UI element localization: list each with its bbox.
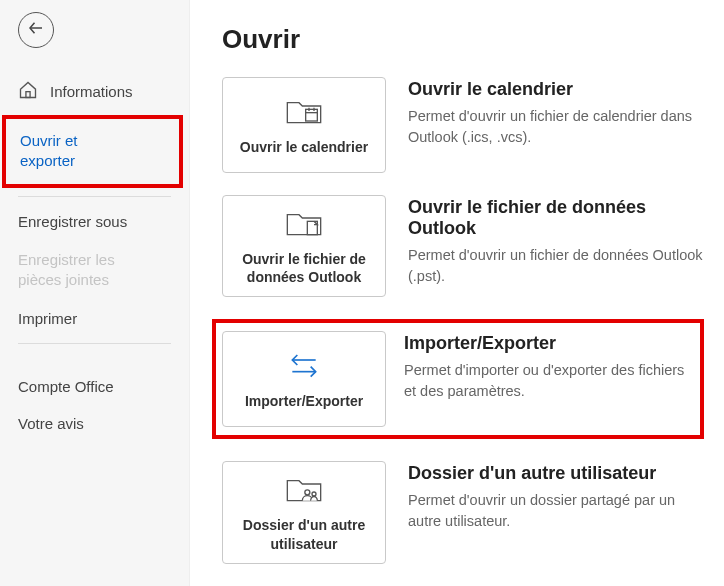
option-text: Permet d'ouvrir un dossier partagé par u… bbox=[408, 490, 708, 532]
back-button[interactable] bbox=[18, 12, 54, 48]
sidebar-item-informations[interactable]: Informations bbox=[0, 70, 189, 113]
sidebar-item-label: Votre avis bbox=[18, 415, 84, 432]
tile-open-datafile[interactable]: Ouvrir le fichier de données Outlook bbox=[222, 195, 386, 297]
datafile-folder-icon bbox=[284, 206, 324, 244]
sidebar-item-label: Informations bbox=[50, 83, 133, 100]
tile-label: Dossier d'un autre utilisateur bbox=[231, 516, 377, 552]
page-title: Ouvrir bbox=[222, 24, 708, 55]
sidebar-item-feedback[interactable]: Votre avis bbox=[0, 405, 189, 442]
sidebar-item-label: Enregistrer sous bbox=[18, 213, 127, 230]
calendar-folder-icon bbox=[284, 94, 324, 132]
arrow-left-icon bbox=[27, 19, 45, 41]
sidebar-item-save-attachments: Enregistrer les pièces jointes bbox=[0, 240, 189, 301]
tile-other-user-folder[interactable]: Dossier d'un autre utilisateur bbox=[222, 461, 386, 563]
divider bbox=[18, 343, 171, 344]
spacer bbox=[0, 350, 189, 368]
import-export-arrows-icon bbox=[284, 348, 324, 386]
option-row-other-user: Dossier d'un autre utilisateur Dossier d… bbox=[222, 461, 708, 563]
option-title: Ouvrir le calendrier bbox=[408, 79, 708, 100]
option-row-open-calendar: Ouvrir le calendrier Ouvrir le calendrie… bbox=[222, 77, 708, 173]
sidebar-item-open-export[interactable]: Ouvrir et exporter bbox=[2, 115, 183, 188]
option-description: Dossier d'un autre utilisateur Permet d'… bbox=[408, 461, 708, 532]
option-description: Importer/Exporter Permet d'importer ou d… bbox=[404, 331, 694, 402]
tile-open-calendar[interactable]: Ouvrir le calendrier bbox=[222, 77, 386, 173]
option-row-open-datafile: Ouvrir le fichier de données Outlook Ouv… bbox=[222, 195, 708, 297]
svg-point-10 bbox=[312, 492, 316, 496]
svg-rect-2 bbox=[306, 109, 318, 121]
option-text: Permet d'importer ou d'exporter des fich… bbox=[404, 360, 694, 402]
option-text: Permet d'ouvrir un fichier de données Ou… bbox=[408, 245, 708, 287]
sidebar-item-label: Ouvrir et exporter bbox=[20, 131, 78, 172]
tile-label: Importer/Exporter bbox=[245, 392, 363, 410]
sidebar-item-office-account[interactable]: Compte Office bbox=[0, 368, 189, 405]
svg-rect-1 bbox=[26, 92, 30, 98]
sidebar-item-save-as[interactable]: Enregistrer sous bbox=[0, 203, 189, 240]
divider bbox=[18, 196, 171, 197]
option-title: Ouvrir le fichier de données Outlook bbox=[408, 197, 708, 239]
tile-import-export[interactable]: Importer/Exporter bbox=[222, 331, 386, 427]
home-icon bbox=[18, 80, 38, 103]
svg-point-9 bbox=[305, 490, 310, 495]
tile-label: Ouvrir le fichier de données Outlook bbox=[231, 250, 377, 286]
main-content: Ouvrir Ouvrir le calendrier Ouvrir le ca… bbox=[190, 0, 724, 586]
sidebar-item-print[interactable]: Imprimer bbox=[0, 300, 189, 337]
option-description: Ouvrir le fichier de données Outlook Per… bbox=[408, 195, 708, 287]
sidebar-item-label: Compte Office bbox=[18, 378, 114, 395]
sidebar-item-label: Enregistrer les pièces jointes bbox=[18, 250, 115, 291]
option-description: Ouvrir le calendrier Permet d'ouvrir un … bbox=[408, 77, 708, 148]
sidebar-item-label: Imprimer bbox=[18, 310, 77, 327]
shared-folder-icon bbox=[284, 472, 324, 510]
option-text: Permet d'ouvrir un fichier de calendrier… bbox=[408, 106, 708, 148]
option-title: Dossier d'un autre utilisateur bbox=[408, 463, 708, 484]
sidebar: Informations Ouvrir et exporter Enregist… bbox=[0, 0, 190, 586]
option-title: Importer/Exporter bbox=[404, 333, 694, 354]
tile-label: Ouvrir le calendrier bbox=[240, 138, 368, 156]
option-row-import-export: Importer/Exporter Importer/Exporter Perm… bbox=[212, 319, 704, 439]
